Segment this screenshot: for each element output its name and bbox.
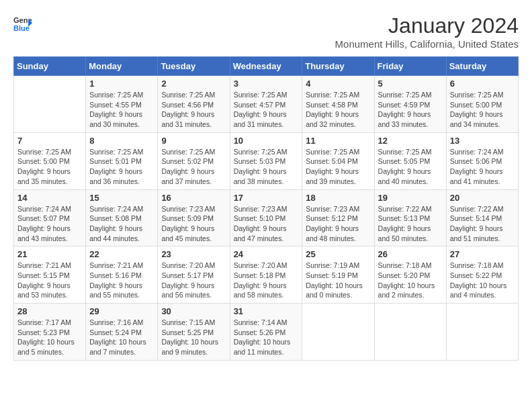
day-number: 24 [234, 249, 299, 259]
day-info: Sunrise: 7:25 AMSunset: 5:00 PMDaylight:… [17, 147, 82, 187]
day-info: Sunrise: 7:22 AMSunset: 5:14 PMDaylight:… [450, 204, 515, 244]
day-number: 3 [234, 79, 299, 89]
calendar-cell: 13Sunrise: 7:24 AMSunset: 5:06 PMDayligh… [446, 132, 518, 189]
calendar-cell: 2Sunrise: 7:25 AMSunset: 4:56 PMDaylight… [158, 76, 230, 133]
day-info: Sunrise: 7:25 AMSunset: 5:00 PMDaylight:… [450, 90, 515, 130]
calendar-cell: 29Sunrise: 7:16 AMSunset: 5:24 PMDayligh… [86, 304, 158, 361]
calendar-cell: 26Sunrise: 7:18 AMSunset: 5:20 PMDayligh… [374, 246, 446, 304]
calendar-cell [14, 76, 86, 133]
calendar-cell: 5Sunrise: 7:25 AMSunset: 4:59 PMDaylight… [374, 76, 446, 133]
calendar-cell: 25Sunrise: 7:19 AMSunset: 5:19 PMDayligh… [302, 246, 374, 304]
calendar-header-saturday: Saturday [446, 57, 518, 76]
calendar-cell: 11Sunrise: 7:25 AMSunset: 5:04 PMDayligh… [302, 132, 374, 189]
calendar-cell: 23Sunrise: 7:20 AMSunset: 5:17 PMDayligh… [158, 246, 230, 304]
calendar-cell: 8Sunrise: 7:25 AMSunset: 5:01 PMDaylight… [86, 132, 158, 189]
calendar-header-row: SundayMondayTuesdayWednesdayThursdayFrid… [14, 57, 519, 76]
calendar-cell: 9Sunrise: 7:25 AMSunset: 5:02 PMDaylight… [158, 132, 230, 189]
day-number: 4 [306, 79, 370, 89]
svg-text:Blue: Blue [13, 24, 30, 32]
calendar-cell [446, 304, 518, 361]
day-info: Sunrise: 7:25 AMSunset: 4:56 PMDaylight:… [161, 90, 226, 130]
day-info: Sunrise: 7:19 AMSunset: 5:19 PMDaylight:… [306, 261, 370, 300]
day-info: Sunrise: 7:25 AMSunset: 4:59 PMDaylight:… [378, 90, 443, 130]
calendar-cell [374, 304, 446, 361]
day-number: 23 [161, 249, 226, 259]
calendar-cell: 31Sunrise: 7:14 AMSunset: 5:26 PMDayligh… [230, 304, 302, 361]
day-info: Sunrise: 7:23 AMSunset: 5:10 PMDaylight:… [234, 204, 299, 244]
day-number: 6 [450, 79, 515, 89]
calendar-cell [302, 304, 374, 361]
day-number: 8 [89, 136, 154, 146]
day-info: Sunrise: 7:25 AMSunset: 4:57 PMDaylight:… [234, 90, 299, 130]
day-info: Sunrise: 7:25 AMSunset: 4:58 PMDaylight:… [306, 90, 370, 130]
day-info: Sunrise: 7:21 AMSunset: 5:15 PMDaylight:… [17, 261, 82, 300]
calendar-header-friday: Friday [374, 57, 446, 76]
day-number: 17 [234, 193, 299, 203]
day-number: 5 [378, 79, 443, 89]
day-info: Sunrise: 7:24 AMSunset: 5:07 PMDaylight:… [17, 204, 82, 244]
day-info: Sunrise: 7:23 AMSunset: 5:09 PMDaylight:… [161, 204, 226, 244]
calendar-cell: 3Sunrise: 7:25 AMSunset: 4:57 PMDaylight… [230, 76, 302, 133]
day-number: 28 [17, 306, 82, 316]
day-number: 9 [161, 136, 226, 146]
calendar-cell: 27Sunrise: 7:18 AMSunset: 5:22 PMDayligh… [446, 246, 518, 304]
day-info: Sunrise: 7:24 AMSunset: 5:08 PMDaylight:… [89, 204, 154, 244]
calendar-header-sunday: Sunday [14, 57, 86, 76]
day-number: 19 [378, 193, 443, 203]
calendar-cell: 30Sunrise: 7:15 AMSunset: 5:25 PMDayligh… [158, 304, 230, 361]
day-number: 2 [161, 79, 226, 89]
day-number: 11 [306, 136, 370, 146]
day-number: 13 [450, 136, 515, 146]
day-info: Sunrise: 7:15 AMSunset: 5:25 PMDaylight:… [161, 318, 226, 357]
subtitle: Monument Hills, California, United State… [335, 38, 519, 50]
calendar-cell: 12Sunrise: 7:25 AMSunset: 5:05 PMDayligh… [374, 132, 446, 189]
day-info: Sunrise: 7:20 AMSunset: 5:18 PMDaylight:… [234, 261, 299, 300]
calendar-cell: 16Sunrise: 7:23 AMSunset: 5:09 PMDayligh… [158, 189, 230, 246]
day-info: Sunrise: 7:18 AMSunset: 5:22 PMDaylight:… [450, 261, 515, 300]
calendar-cell: 15Sunrise: 7:24 AMSunset: 5:08 PMDayligh… [86, 189, 158, 246]
calendar-header-wednesday: Wednesday [230, 57, 302, 76]
day-info: Sunrise: 7:25 AMSunset: 5:05 PMDaylight:… [378, 147, 443, 187]
calendar-week-2: 7Sunrise: 7:25 AMSunset: 5:00 PMDaylight… [14, 132, 519, 189]
day-number: 25 [306, 249, 370, 259]
day-info: Sunrise: 7:16 AMSunset: 5:24 PMDaylight:… [89, 318, 154, 357]
calendar-cell: 19Sunrise: 7:22 AMSunset: 5:13 PMDayligh… [374, 189, 446, 246]
calendar-week-1: 1Sunrise: 7:25 AMSunset: 4:55 PMDaylight… [14, 76, 519, 133]
main-title: January 2024 [335, 13, 519, 38]
day-info: Sunrise: 7:25 AMSunset: 5:03 PMDaylight:… [234, 147, 299, 187]
day-info: Sunrise: 7:24 AMSunset: 5:06 PMDaylight:… [450, 147, 515, 187]
calendar-cell: 6Sunrise: 7:25 AMSunset: 5:00 PMDaylight… [446, 76, 518, 133]
day-number: 10 [234, 136, 299, 146]
calendar-header-thursday: Thursday [302, 57, 374, 76]
calendar-cell: 22Sunrise: 7:21 AMSunset: 5:16 PMDayligh… [86, 246, 158, 304]
calendar-header-monday: Monday [86, 57, 158, 76]
day-info: Sunrise: 7:18 AMSunset: 5:20 PMDaylight:… [378, 261, 443, 300]
day-number: 27 [450, 249, 515, 259]
calendar-cell: 17Sunrise: 7:23 AMSunset: 5:10 PMDayligh… [230, 189, 302, 246]
calendar-cell: 4Sunrise: 7:25 AMSunset: 4:58 PMDaylight… [302, 76, 374, 133]
calendar-cell: 1Sunrise: 7:25 AMSunset: 4:55 PMDaylight… [86, 76, 158, 133]
logo-icon: General Blue [13, 13, 32, 32]
day-number: 22 [89, 249, 154, 259]
day-number: 14 [17, 193, 82, 203]
day-info: Sunrise: 7:25 AMSunset: 5:02 PMDaylight:… [161, 147, 226, 187]
calendar-table: SundayMondayTuesdayWednesdayThursdayFrid… [13, 56, 519, 361]
day-number: 15 [89, 193, 154, 203]
calendar-week-3: 14Sunrise: 7:24 AMSunset: 5:07 PMDayligh… [14, 189, 519, 246]
day-info: Sunrise: 7:22 AMSunset: 5:13 PMDaylight:… [378, 204, 443, 244]
day-info: Sunrise: 7:17 AMSunset: 5:23 PMDaylight:… [17, 318, 82, 357]
calendar-cell: 28Sunrise: 7:17 AMSunset: 5:23 PMDayligh… [14, 304, 86, 361]
day-info: Sunrise: 7:21 AMSunset: 5:16 PMDaylight:… [89, 261, 154, 300]
day-number: 26 [378, 249, 443, 259]
day-number: 18 [306, 193, 370, 203]
page-header: General Blue January 2024 Monument Hills… [13, 13, 519, 50]
day-number: 7 [17, 136, 82, 146]
day-number: 29 [89, 306, 154, 316]
day-info: Sunrise: 7:25 AMSunset: 4:55 PMDaylight:… [89, 90, 154, 130]
calendar-cell: 10Sunrise: 7:25 AMSunset: 5:03 PMDayligh… [230, 132, 302, 189]
calendar-cell: 7Sunrise: 7:25 AMSunset: 5:00 PMDaylight… [14, 132, 86, 189]
day-number: 12 [378, 136, 443, 146]
calendar-cell: 21Sunrise: 7:21 AMSunset: 5:15 PMDayligh… [14, 246, 86, 304]
title-area: January 2024 Monument Hills, California,… [335, 13, 519, 50]
calendar-cell: 14Sunrise: 7:24 AMSunset: 5:07 PMDayligh… [14, 189, 86, 246]
